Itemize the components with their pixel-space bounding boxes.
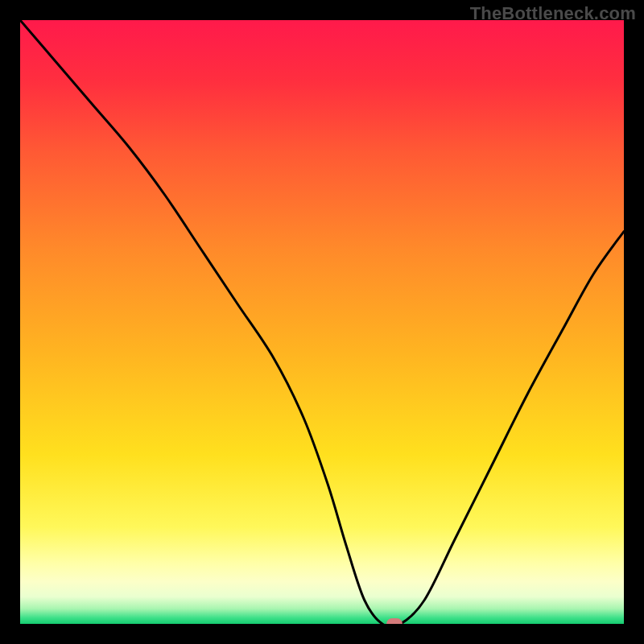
plot-area [20, 20, 624, 624]
watermark-label: TheBottleneck.com [470, 3, 636, 24]
gradient-background [20, 20, 624, 624]
optimal-point-marker [386, 618, 402, 624]
chart-svg [20, 20, 624, 624]
chart-frame: TheBottleneck.com [0, 0, 644, 644]
